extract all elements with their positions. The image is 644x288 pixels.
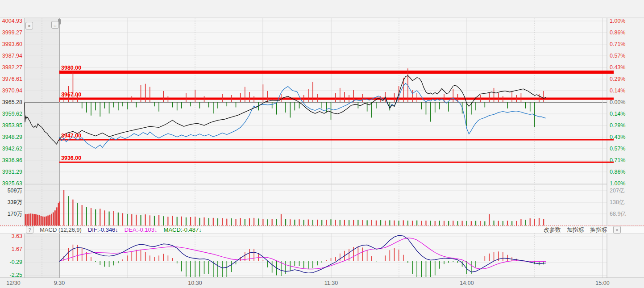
pct-axis-label: 0.14% <box>610 88 625 94</box>
macd-axis-label: -0.29 <box>0 259 22 265</box>
turnover-axis-label: 207亿 <box>610 187 624 195</box>
price-axis-label: 3942.62 <box>0 146 22 152</box>
pct-axis-label: 0.57% <box>610 146 625 152</box>
chart-canvas[interactable] <box>0 0 644 288</box>
help-icon[interactable]: ? <box>26 226 33 234</box>
time-axis-label: 15:00 <box>595 280 609 286</box>
price-axis-label: 3993.60 <box>0 41 22 47</box>
price-axis-label: 3925.63 <box>0 180 22 187</box>
pct-axis-label: 1.00% <box>610 180 625 187</box>
level-line-label: 3947.00 <box>61 133 81 139</box>
macd-tools: 改参数加指标换指标× <box>544 226 621 234</box>
macd-link-0[interactable]: 改参数 <box>544 226 561 234</box>
time-axis-label: 10:30 <box>188 280 202 286</box>
turnover-axis-label: 138亿 <box>610 199 624 206</box>
level-line-label: 3980.00 <box>61 65 81 71</box>
macd-axis-label: 1.67 <box>0 246 22 252</box>
horizontal-resize-icon: ↔ <box>53 22 58 28</box>
close-overlay-button[interactable]: × <box>25 22 33 29</box>
macd-close-button[interactable]: × <box>613 226 621 234</box>
time-axis-label: 11:30 <box>324 280 338 286</box>
price-axis-label: 3948.29 <box>0 134 22 140</box>
pct-axis-label: 0.29% <box>610 76 625 82</box>
volume-axis-label: 170万 <box>0 210 22 218</box>
price-axis-label: 3987.94 <box>0 53 22 59</box>
pct-axis-label: 1.00% <box>610 18 625 24</box>
macd-macd-value: MACD:-0.487↓ <box>164 226 202 233</box>
price-axis-label: 3931.29 <box>0 169 22 175</box>
price-axis-label: 3965.28 <box>0 99 22 105</box>
pct-axis-label: 0.43% <box>610 134 625 140</box>
turnover-axis-label: 68.9亿 <box>610 210 626 218</box>
price-axis-label: 3970.94 <box>0 88 22 94</box>
pct-axis-label: 0.00% <box>610 99 625 105</box>
pct-axis-label: 0.86% <box>610 169 625 175</box>
time-axis-label: 9:30 <box>54 280 65 286</box>
pct-axis-label: 0.71% <box>610 41 625 47</box>
price-axis-label: 3999.27 <box>0 29 22 36</box>
macd-dea-value: DEA:-0.103↓ <box>125 226 158 233</box>
price-axis-label: 3953.95 <box>0 122 22 129</box>
macd-link-2[interactable]: 换指标 <box>590 226 607 234</box>
macd-link-1[interactable]: 加指标 <box>567 226 584 234</box>
price-axis-label: 3959.62 <box>0 111 22 117</box>
price-axis-label: 3982.27 <box>0 64 22 71</box>
macd-legend: ? MACD (12,26,9) DIF:-0.346↓ DEA:-0.103↓… <box>26 226 202 234</box>
close-icon: × <box>28 23 30 29</box>
price-axis-label: 3976.61 <box>0 76 22 82</box>
resize-handle[interactable]: ↔ <box>51 21 59 29</box>
macd-axis-label: -2.25 <box>0 272 22 278</box>
price-axis-label: 3936.96 <box>0 157 22 163</box>
macd-dif-value: DIF:-0.346↓ <box>88 226 118 233</box>
pct-axis-label: 0.57% <box>610 53 625 59</box>
pct-axis-label: 0.14% <box>610 111 625 117</box>
volume-axis-label: 339万 <box>0 199 22 206</box>
macd-axis-label: 3.63 <box>0 233 22 239</box>
level-line-label: 3967.00 <box>61 92 81 98</box>
price-axis-label: 4004.93 <box>0 18 22 24</box>
pct-axis-label: 0.29% <box>610 122 625 129</box>
time-axis-label: 12/30 <box>6 280 20 286</box>
volume-axis-label: 509万 <box>0 187 22 195</box>
level-line-label: 3936.00 <box>61 155 81 161</box>
time-axis-label: 14:00 <box>460 280 474 286</box>
stock-chart-app: 分时5日▼5分钟15分钟30分钟60分钟90分钟日线周线月线更多周期▼ 竞价▼叠… <box>0 0 644 288</box>
pct-axis-label: 0.71% <box>610 157 625 163</box>
pct-axis-label: 0.43% <box>610 64 625 71</box>
pct-axis-label: 0.86% <box>610 29 625 36</box>
macd-title: MACD (12,26,9) <box>40 226 82 233</box>
